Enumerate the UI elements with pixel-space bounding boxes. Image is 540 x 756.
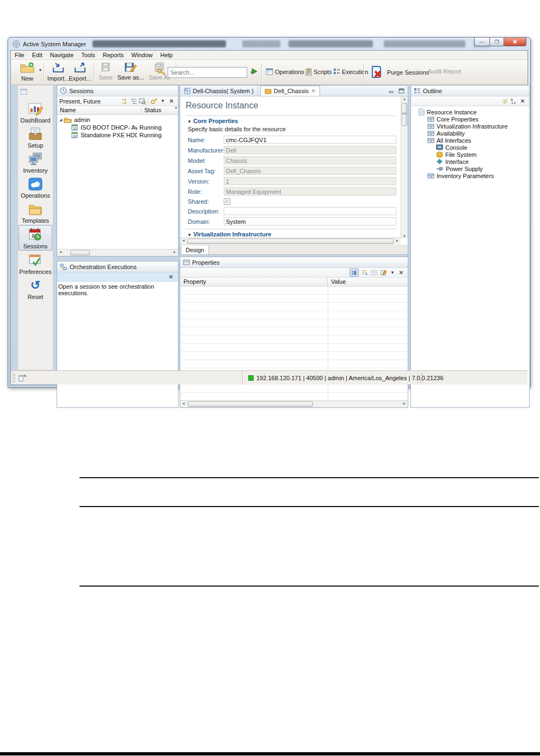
outline-item[interactable]: Resource Instance (411, 108, 529, 115)
session-preview-icon[interactable] (138, 97, 147, 105)
outline-close-icon[interactable]: ✕ (518, 97, 527, 105)
outline-item[interactable]: Interface (411, 158, 529, 165)
properties-menu-arrow[interactable]: ▼ (388, 269, 397, 277)
column-status[interactable]: Status▴ (142, 106, 178, 114)
export-button[interactable]: Export... (68, 62, 93, 82)
new-session-key-icon[interactable] (150, 97, 158, 105)
menu-edit[interactable]: Edit (28, 52, 46, 58)
expand-arrow-icon[interactable]: ◢ (59, 118, 64, 122)
column-name[interactable]: Name (57, 106, 142, 114)
titlebar-glass-blob (242, 40, 280, 47)
sessions-panel-header[interactable]: Sessions (57, 86, 178, 96)
orchestration-panel-title: Orchestration Executions (70, 264, 137, 270)
menu-window[interactable]: Window (127, 52, 156, 58)
properties-close-icon[interactable]: ✕ (397, 269, 406, 277)
menu-help[interactable]: Help (156, 52, 176, 58)
statusbar-grip (13, 374, 15, 382)
drawer-icon (427, 130, 434, 136)
sidebar-item-preferences[interactable]: Preferences (19, 251, 52, 276)
tab-close-icon[interactable]: ✕ (311, 88, 316, 94)
outline-tree: Resource Instance Core Properties Virtua… (411, 106, 529, 179)
svg-text:a: a (511, 97, 513, 101)
focus-session-icon[interactable] (121, 97, 130, 105)
core-properties-header[interactable]: ▼Core Properties (186, 118, 396, 124)
sessions-menu-arrow[interactable]: ▼ (158, 97, 167, 105)
purge-sessions-button[interactable]: Purge Sessions (369, 64, 429, 81)
close-button[interactable]: ✕ (504, 38, 526, 46)
search-input[interactable] (168, 69, 250, 76)
editor-maximize-icon[interactable] (397, 88, 406, 94)
titlebar[interactable]: Active System Manager — ❐ ✕ (8, 38, 530, 50)
outline-item[interactable]: All Interfaces (411, 137, 529, 144)
new-property-icon[interactable] (379, 269, 388, 277)
new-dropdown-arrow[interactable]: ▾ (39, 68, 41, 72)
menu-file[interactable]: File (11, 52, 28, 58)
collapse-triangle-icon[interactable]: ▼ (187, 119, 192, 124)
editor-minimize-icon[interactable] (388, 88, 396, 94)
show-tree-icon[interactable] (349, 269, 359, 277)
new-button[interactable]: New (15, 62, 39, 82)
domain-field[interactable] (224, 217, 396, 225)
outline-item[interactable]: Power Supply (411, 165, 529, 172)
sort-properties-icon[interactable] (359, 269, 369, 277)
orchestration-panel-header[interactable]: Orchestration Executions (57, 261, 178, 272)
properties-panel-header[interactable]: Properties (180, 257, 408, 268)
editor-horizontal-scrollbar[interactable]: ◄► (180, 237, 401, 245)
session-group-label: admin (74, 117, 90, 123)
save-as-label: Save as... (116, 74, 145, 81)
sidebar-item-inventory[interactable]: Inventory (19, 150, 52, 174)
outline-panel-header[interactable]: Outline (411, 86, 529, 96)
operations-button[interactable]: Operations (266, 68, 304, 75)
session-group-row[interactable]: ◢ admin (57, 116, 178, 124)
sidebar-item-setup[interactable]: Setup (19, 125, 52, 149)
description-field[interactable] (224, 207, 396, 215)
orchestration-close-icon[interactable]: ✕ (167, 273, 175, 281)
sidebar-item-operations[interactable]: Operations (19, 175, 52, 199)
scripts-button[interactable]: Scripts (305, 68, 332, 76)
execution-button[interactable]: Execution (333, 68, 368, 75)
tree-mode-icon[interactable] (130, 97, 138, 105)
search-run-icon[interactable] (250, 68, 258, 77)
sidebar-item-sessions[interactable]: 2 Sessions (19, 225, 52, 251)
sidebar-item-templates[interactable]: Templates (19, 200, 52, 224)
sidebar-item-reset[interactable]: ↺ Reset (19, 276, 52, 301)
sidebar-restore-icon[interactable] (18, 86, 53, 99)
outline-item[interactable]: File System (411, 151, 529, 158)
outline-item[interactable]: Availability (411, 130, 529, 137)
outline-item[interactable]: Core Properties (411, 115, 529, 123)
sidebar-label: Operations (21, 192, 50, 199)
outline-item[interactable]: Virtualization Infrastructure (411, 123, 529, 130)
menu-navigate[interactable]: Navigate (46, 52, 77, 58)
svg-text:z: z (514, 101, 516, 105)
sessions-close-icon[interactable]: ✕ (167, 97, 176, 105)
column-value[interactable]: Value (328, 278, 408, 286)
virtualization-header[interactable]: ▼Virtualization Infrastructure (186, 231, 396, 237)
show-categories-icon[interactable] (369, 269, 378, 277)
maximize-button[interactable]: ❐ (489, 38, 504, 46)
menu-tools[interactable]: Tools (77, 52, 99, 58)
link-with-editor-icon[interactable] (501, 97, 510, 105)
editor-tab-dell-chassis[interactable]: Dell_Chassis ✕ (260, 86, 320, 96)
design-tab[interactable]: Design (181, 246, 209, 255)
properties-panel-title: Properties (192, 259, 219, 266)
editor-vertical-scrollbar[interactable]: ▲ ▼ (401, 96, 408, 239)
save-as-button[interactable]: Save as... (116, 62, 145, 81)
minimize-button[interactable]: — (474, 38, 490, 46)
properties-horizontal-scrollbar[interactable]: ◄► (180, 400, 408, 407)
sessions-horizontal-scrollbar[interactable]: ◄► (57, 249, 178, 256)
restore-view-icon[interactable] (18, 374, 27, 383)
outline-item[interactable]: Inventory Parameters (411, 172, 529, 179)
audit-report-button: Audit Report (428, 68, 461, 75)
inventory-icon (19, 151, 52, 167)
sidebar-item-dashboard[interactable]: DashBoard (19, 100, 52, 124)
editor-tab-dell-chassis-system[interactable]: Dell-Chassis( System ) (180, 86, 258, 96)
interface-icon (436, 158, 443, 164)
session-row[interactable]: 20 Standalone PXE HDD DHCP Running (57, 131, 178, 139)
session-row[interactable]: 20 ISO BOOT DHCP- Awadhesh Running (57, 124, 178, 131)
column-property[interactable]: Property (180, 278, 328, 286)
sort-alpha-icon[interactable]: az (510, 97, 518, 105)
outline-item[interactable]: Console (411, 144, 529, 151)
name-field[interactable] (224, 136, 396, 144)
menu-reports[interactable]: Reports (99, 52, 128, 58)
collapse-triangle-icon[interactable]: ▼ (187, 233, 192, 237)
